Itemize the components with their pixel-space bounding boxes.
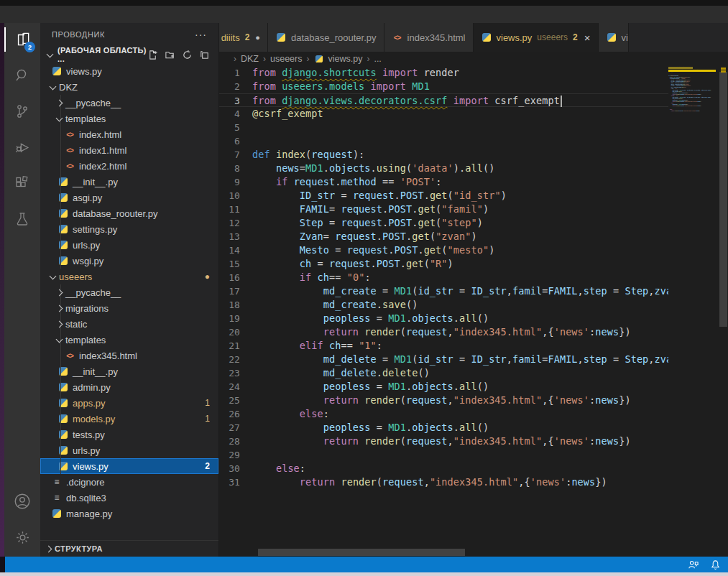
tree-item[interactable]: views.py [40,63,218,79]
tree-item[interactable]: apps.py 1 [40,395,218,411]
vertical-scrollbar-thumb[interactable] [719,72,727,327]
tree-item[interactable]: index.html [40,126,218,142]
new-folder-icon[interactable] [165,50,175,60]
tree-item[interactable]: db.sqlite3 [40,490,218,506]
code-line[interactable]: 31 return render(request,"index345.html"… [219,475,668,489]
explorer-icon[interactable]: 2 [4,23,40,56]
run-debug-icon[interactable] [4,131,40,164]
tree-item[interactable]: asgi.py [40,190,218,205]
code-line[interactable]: 14 Mesto = request.POST.get("mesto") [219,243,668,257]
editor-tab[interactable]: views.py useeers 2 × [474,23,599,52]
editor-tab[interactable]: vie [599,23,629,52]
code-line[interactable]: 5 [219,121,668,134]
account-icon[interactable] [4,485,40,518]
tree-item[interactable]: database_roouter.py [40,205,218,221]
tree-item[interactable]: migrations [40,300,218,316]
testing-icon[interactable] [4,203,40,236]
code-line[interactable]: 2 from useeers.models import MD1 [219,80,668,93]
editor-tab[interactable]: diiits 2 ● [219,23,268,52]
horizontal-scrollbar-thumb[interactable] [258,549,465,556]
refresh-icon[interactable] [182,50,193,60]
file-type-icon [51,476,63,488]
folder-chevron-icon [54,287,65,298]
outline-section-header[interactable]: СТРУКТУРА [40,540,218,557]
tree-item[interactable]: tests.py [40,427,218,442]
tree-item[interactable]: urls.py [40,442,218,458]
new-file-icon[interactable] [147,50,158,60]
breadcrumb-item[interactable]: › views.py [302,53,362,65]
code-editor[interactable]: 1 from django.shortcuts import render 2 … [219,66,728,557]
editor-tab[interactable]: database_roouter.py [268,23,384,52]
code-line[interactable]: 30 else: [219,462,668,475]
tree-item[interactable]: DKZ [40,79,218,95]
code-line[interactable]: 8 news=MD1.objects.using('daata').all() [219,162,668,175]
minimap[interactable]: 1 from django.shortcuts import render 2 … [668,66,719,557]
tree-item[interactable]: models.py 1 [40,411,218,427]
tree-item[interactable]: admin.py [40,379,218,395]
collapse-all-icon[interactable] [199,50,210,60]
tree-item[interactable]: views.py 2 [40,458,218,474]
code-line[interactable]: 27 peopless = MD1.objects.all() [219,421,668,435]
code-line[interactable]: 26 else: [219,407,668,421]
line-number: 11 [219,203,252,216]
code-line[interactable]: 28 return render(request,"index345.html"… [219,435,668,448]
code-line[interactable]: 15 ch = request.POST.get("R") [219,257,668,271]
tree-item[interactable]: index2.html [40,158,218,174]
feedback-icon[interactable] [682,559,704,570]
breadcrumb-item[interactable]: › DKZ [229,54,259,64]
code-line[interactable]: 18 md_create.save() [219,298,668,312]
tree-item[interactable]: templates [40,332,218,348]
code-line[interactable]: 22 md_delete = MD1(id_str = ID_str,famil… [219,353,668,366]
code-line[interactable]: 16 if ch== "0": [219,271,668,284]
tree-item[interactable]: settings.py [40,221,218,237]
tree-item[interactable]: __init__.py [40,174,218,190]
code-line[interactable]: 9 if request.method == 'POST': [219,175,668,189]
code-line[interactable]: 24 peopless = MD1.objects.all() [219,380,668,394]
tree-item[interactable]: wsgi.py [40,253,218,269]
code-line[interactable]: 6 [219,134,668,148]
tree-item[interactable]: templates [40,111,218,126]
tree-item[interactable]: useeers ● [40,269,218,284]
folder-chevron-icon [47,271,59,282]
extensions-icon[interactable] [4,167,40,200]
code-line[interactable]: 7 def index(request): [219,148,668,162]
search-icon[interactable] [4,59,40,92]
code-line[interactable]: 25 return render(request,"index345.html"… [219,394,668,407]
code-line[interactable]: 3 from django.views.decorators.csrf impo… [219,93,668,107]
folder-chevron-icon [54,334,65,345]
tree-item[interactable]: index1.html [40,142,218,158]
line-number: 8 [219,162,252,175]
settings-gear-icon[interactable] [4,521,40,554]
notifications-bell-icon[interactable] [704,559,728,570]
close-tab-icon[interactable]: × [584,32,591,44]
tree-item[interactable]: __pycache__ [40,95,218,111]
workspace-section-header[interactable]: (РАБОЧАЯ ОБЛАСТЬ) ... [40,46,218,63]
tree-item[interactable]: index345.html [40,348,218,363]
code-line[interactable]: 1 from django.shortcuts import render [219,66,668,80]
code-line[interactable]: 29 [219,448,668,462]
code-line[interactable]: 13 Zvan= request.POST.get("zvan") [219,230,668,243]
code-line[interactable]: 11 FAMIL= request.POST.get("famil") [219,203,668,216]
tree-item[interactable]: .dcignore [40,474,218,490]
code-line[interactable]: 19 peopless = MD1.objects.all() [219,312,668,325]
code-line[interactable]: 12 Step = request.POST.get("step") [219,216,668,230]
vertical-scrollbar[interactable] [719,66,728,557]
code-line[interactable]: 31 return render(request,"index345.html"… [668,110,719,111]
code-line[interactable]: 20 return render(request,"index345.html"… [219,325,668,339]
breadcrumb-item[interactable]: › ... [362,54,381,64]
editor-tab[interactable]: index345.html [384,23,474,52]
code-line[interactable]: 21 elif ch== "1": [219,339,668,353]
tab-file-icon [392,32,403,43]
tree-item[interactable]: __init__.py [40,363,218,379]
tree-item[interactable]: static [40,316,218,332]
source-control-icon[interactable] [4,95,40,128]
tree-item[interactable]: __pycache__ [40,284,218,300]
code-line[interactable]: 4 @csrf_exempt [219,107,668,121]
code-line[interactable]: 23 md_delete.delete() [219,366,668,380]
tree-item[interactable]: manage.py [40,506,218,521]
breadcrumb-item[interactable]: › useeers [259,54,302,64]
code-line[interactable]: 10 ID_str = request.POST.get("id_str") [219,189,668,203]
tree-item[interactable]: urls.py [40,237,218,253]
code-line[interactable]: 17 md_create = MD1(id_str = ID_str,famil… [219,284,668,298]
sidebar-more-icon[interactable]: ··· [195,29,207,40]
